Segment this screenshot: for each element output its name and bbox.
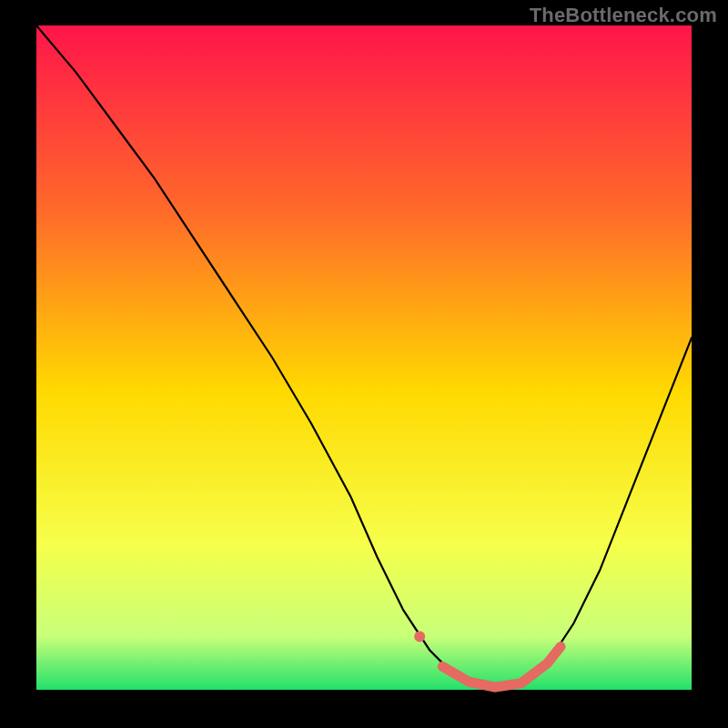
chart-svg	[0, 0, 728, 728]
plot-area	[36, 25, 692, 690]
chart-container: TheBottleneck.com	[0, 0, 728, 728]
watermark-text: TheBottleneck.com	[530, 4, 717, 27]
curve-highlight-dot	[414, 632, 425, 642]
